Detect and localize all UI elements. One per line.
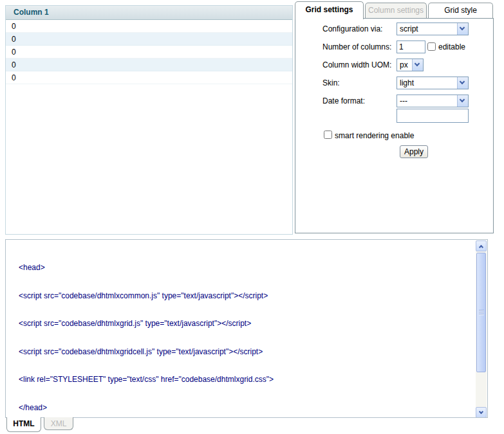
date-format-value: --- — [400, 96, 407, 105]
code-line: <script src="codebase/dhtmlxgridcell.js"… — [19, 347, 468, 357]
date-format-label: Date format: — [322, 96, 365, 105]
scroll-down-button[interactable] — [476, 407, 487, 418]
editable-label: editable — [438, 42, 465, 51]
code-line: <head> — [19, 263, 468, 273]
skin-label: Skin: — [322, 78, 340, 87]
column-width-uom-dropdown-button[interactable] — [412, 59, 423, 71]
skin-select[interactable]: light — [397, 77, 469, 89]
chevron-down-icon — [460, 79, 465, 84]
grid-row[interactable]: 0 — [6, 46, 292, 59]
scrollbar-thumb[interactable] — [476, 253, 486, 372]
skin-dropdown-button[interactable] — [457, 77, 468, 89]
editable-checkbox[interactable] — [427, 42, 436, 51]
configuration-via-dropdown-button[interactable] — [457, 23, 468, 35]
tab-column-settings: Column settings — [365, 3, 427, 19]
column-width-uom-value: px — [400, 60, 408, 69]
thumb-grip — [479, 310, 484, 311]
grid-row[interactable]: 0 — [6, 20, 292, 33]
code-line: </head> — [19, 403, 468, 413]
code-line: <link rel="STYLESHEET" type="text/css" h… — [19, 375, 468, 384]
chevron-down-icon — [460, 25, 465, 30]
tab-xml: XML — [44, 417, 73, 430]
date-format-custom-input[interactable] — [397, 109, 469, 123]
chevron-down-icon — [415, 61, 420, 66]
grid-preview-panel: Column 1 0 0 0 0 0 — [5, 5, 293, 235]
code-line: <script src="codebase/dhtmlxgrid.js" typ… — [19, 319, 468, 329]
smart-rendering-label: smart rendering enable — [335, 131, 414, 140]
tab-grid-settings[interactable]: Grid settings — [295, 1, 364, 19]
thumb-grip — [479, 314, 484, 314]
configuration-via-label: Configuration via: — [322, 24, 382, 33]
number-of-columns-label: Number of columns: — [322, 42, 391, 51]
configuration-via-value: script — [400, 24, 418, 33]
grid-row[interactable]: 0 — [6, 59, 292, 71]
thumb-grip — [479, 312, 484, 312]
configuration-via-select[interactable]: script — [397, 23, 469, 35]
scroll-up-icon — [479, 245, 483, 249]
column-width-uom-select[interactable]: px — [397, 59, 424, 71]
vertical-scrollbar[interactable] — [476, 240, 487, 418]
code-output-panel: <head> <script src="codebase/dhtmlxcommo… — [5, 239, 488, 418]
code-text: <head> <script src="codebase/dhtmlxcommo… — [19, 244, 468, 418]
date-format-select[interactable]: --- — [397, 95, 469, 107]
date-format-dropdown-button[interactable] — [457, 95, 468, 107]
column-width-uom-label: Column width UOM: — [322, 60, 391, 69]
scroll-up-button[interactable] — [476, 240, 487, 251]
grid-row[interactable]: 0 — [6, 33, 292, 46]
chevron-down-icon — [460, 97, 465, 102]
grid-row[interactable]: 0 — [6, 71, 292, 84]
smart-rendering-checkbox[interactable] — [324, 131, 332, 139]
code-line: <script src="codebase/dhtmlxcommon.js" t… — [19, 291, 468, 301]
number-of-columns-input[interactable] — [397, 41, 425, 53]
scroll-down-icon — [479, 410, 483, 414]
apply-button[interactable]: Apply — [400, 145, 428, 158]
skin-value: light — [400, 78, 414, 87]
tab-html[interactable]: HTML — [6, 417, 41, 432]
grid-settings-form: Configuration via: script Number of colu… — [295, 18, 494, 233]
tab-grid-style[interactable]: Grid style — [428, 3, 493, 19]
grid-column-header[interactable]: Column 1 — [6, 6, 292, 20]
